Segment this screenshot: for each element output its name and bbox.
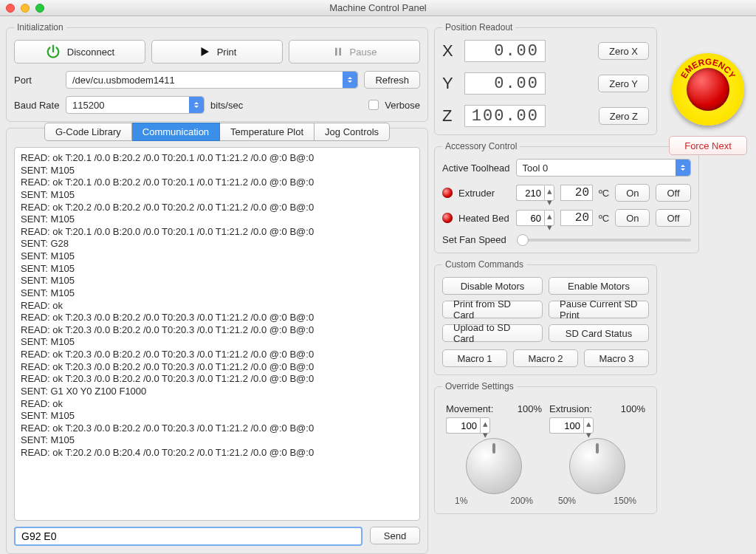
- console-line: SENT: M105: [21, 275, 413, 287]
- extrusion-knob[interactable]: [569, 438, 625, 494]
- custom-legend: Custom Commands: [442, 259, 526, 270]
- console-line: READ: ok: [21, 300, 413, 312]
- position-legend: Position Readout: [442, 22, 515, 33]
- force-next-button[interactable]: Force Next: [669, 136, 747, 155]
- fan-speed-slider[interactable]: [517, 239, 691, 242]
- console-line: SENT: M105: [21, 287, 413, 300]
- dropdown-caret-icon: [676, 160, 690, 176]
- disconnect-label: Disconnect: [67, 47, 114, 58]
- toolhead-label: Active Toolhead: [442, 163, 510, 174]
- stepper-icon[interactable]: ▴▾: [480, 417, 490, 434]
- movement-max: 200%: [510, 496, 533, 506]
- bed-on-button[interactable]: On: [615, 209, 650, 227]
- console-line: SENT: M105: [21, 250, 413, 263]
- pause-label: Pause: [350, 47, 377, 58]
- dropdown-caret-icon: [343, 72, 357, 88]
- console-line: READ: ok T:20.2 /0.0 B:20.4 /0.0 T0:20.2…: [21, 447, 413, 459]
- console-line: READ: ok T:20.2 /0.0 B:20.2 /0.0 T0:20.2…: [21, 202, 413, 214]
- stepper-icon[interactable]: ▴▾: [544, 210, 554, 226]
- tab-temperature-plot[interactable]: Temperature Plot: [220, 123, 315, 141]
- override-settings-group: Override Settings Movement: 100% ▴▾ 1%20…: [434, 381, 657, 514]
- console-line: READ: ok T:20.3 /0.0 B:20.2 /0.0 T0:20.3…: [21, 349, 413, 361]
- verbose-checkbox[interactable]: [368, 100, 379, 110]
- extruder-setpoint-field[interactable]: [516, 185, 544, 201]
- print-label: Print: [217, 47, 237, 58]
- console-line: SENT: M105: [21, 189, 413, 202]
- initialization-legend: Initialization: [14, 22, 66, 33]
- macro-1-button[interactable]: Macro 1: [442, 349, 507, 367]
- extrusion-value-input[interactable]: ▴▾: [549, 417, 645, 434]
- extruder-setpoint-input[interactable]: ▴▾: [516, 185, 554, 201]
- console-line: READ: ok T:20.3 /0.0 B:20.2 /0.0 T0:20.3…: [21, 361, 413, 374]
- toolhead-value: Tool 0: [523, 163, 549, 174]
- estop-bottom-text: STOP: [695, 98, 721, 112]
- pause-sd-button[interactable]: Pause Current SD Print: [549, 301, 649, 318]
- extrusion-pct: 100%: [621, 403, 645, 414]
- extrusion-max: 150%: [614, 496, 636, 506]
- movement-min: 1%: [455, 496, 467, 506]
- console-line: SENT: M105: [21, 165, 413, 177]
- enable-motors-button[interactable]: Enable Motors: [549, 277, 649, 295]
- macro-2-button[interactable]: Macro 2: [513, 349, 578, 367]
- console-line: READ: ok: [21, 398, 413, 411]
- disconnect-button[interactable]: Disconnect: [14, 40, 145, 64]
- axis-z-readout: 100.00: [464, 105, 546, 127]
- send-button[interactable]: Send: [370, 527, 420, 544]
- zero-x-button[interactable]: Zero X: [598, 42, 649, 60]
- axis-x-readout: 0.00: [464, 40, 546, 62]
- initialization-group: Initialization Disconnect Print: [6, 22, 428, 122]
- fan-speed-label: Set Fan Speed: [442, 234, 506, 245]
- console-line: SENT: M105: [21, 410, 413, 423]
- bed-actual-temp: 20: [560, 210, 593, 226]
- emergency-stop-button[interactable]: EMERGENCY STOP: [672, 53, 744, 126]
- console-line: READ: ok T:20.1 /0.0 B:20.2 /0.0 T0:20.1…: [21, 177, 413, 189]
- port-select[interactable]: /dev/cu.usbmodem1411: [66, 71, 358, 89]
- movement-value-field[interactable]: [446, 417, 480, 434]
- upload-sd-button[interactable]: Upload to SD Card: [442, 324, 543, 342]
- knob-indicator: [492, 443, 495, 454]
- movement-value-input[interactable]: ▴▾: [446, 417, 542, 434]
- console-line: READ: ok T:20.3 /0.0 B:20.2 /0.0 T0:20.3…: [21, 324, 413, 337]
- zero-y-button[interactable]: Zero Y: [598, 75, 649, 92]
- disable-motors-button[interactable]: Disable Motors: [442, 277, 543, 295]
- print-button[interactable]: Print: [151, 40, 283, 64]
- baud-unit: bits/sec: [210, 100, 243, 111]
- bed-setpoint-input[interactable]: ▴▾: [516, 210, 554, 226]
- axis-y-label: Y: [442, 74, 457, 93]
- movement-knob[interactable]: [466, 438, 522, 494]
- sd-status-button[interactable]: SD Card Status: [549, 324, 649, 342]
- console-line: READ: ok T:20.1 /0.0 B:20.0 /0.0 T0:20.1…: [21, 226, 413, 239]
- toolhead-select[interactable]: Tool 0: [516, 159, 691, 177]
- print-sd-button[interactable]: Print from SD Card: [442, 301, 543, 318]
- tab-jog-controls[interactable]: Jog Controls: [315, 123, 390, 141]
- macro-3-button[interactable]: Macro 3: [584, 349, 649, 367]
- baud-value: 115200: [72, 100, 104, 111]
- refresh-button[interactable]: Refresh: [364, 71, 420, 89]
- bed-led-icon: [442, 213, 453, 223]
- extruder-on-button[interactable]: On: [615, 184, 650, 202]
- console-line: READ: ok T:20.3 /0.0 B:20.2 /0.0 T0:20.3…: [21, 423, 413, 435]
- axis-x-label: X: [442, 41, 457, 61]
- command-input[interactable]: [14, 527, 362, 546]
- console-line: READ: ok T:20.3 /0.0 B:20.2 /0.0 T0:20.3…: [21, 373, 413, 386]
- axis-y-readout: 0.00: [464, 72, 546, 95]
- extrusion-label: Extrusion:: [549, 403, 592, 414]
- port-value: /dev/cu.usbmodem1411: [72, 75, 175, 86]
- tab-gcode-library[interactable]: G-Code Library: [44, 123, 132, 141]
- baud-select[interactable]: 115200: [66, 96, 205, 114]
- tab-communication[interactable]: Communication: [132, 123, 220, 141]
- extrusion-value-field[interactable]: [549, 417, 583, 434]
- axis-z-label: Z: [442, 106, 457, 126]
- console-line: SENT: M105: [21, 434, 413, 447]
- power-icon: [45, 44, 61, 60]
- bed-setpoint-field[interactable]: [516, 210, 544, 226]
- stepper-icon[interactable]: ▴▾: [544, 185, 554, 201]
- play-icon: [198, 45, 211, 58]
- tab-container: G-Code Library Communication Temperature…: [6, 128, 428, 554]
- console-line: SENT: G28: [21, 238, 413, 250]
- slider-thumb[interactable]: [517, 234, 529, 246]
- svg-text:EMERGENCY: EMERGENCY: [678, 57, 738, 81]
- zero-z-button[interactable]: Zero Z: [599, 107, 649, 125]
- stepper-icon[interactable]: ▴▾: [583, 417, 594, 434]
- console-output[interactable]: READ: ok T:20.1 /0.0 B:20.2 /0.0 T0:20.1…: [14, 147, 420, 521]
